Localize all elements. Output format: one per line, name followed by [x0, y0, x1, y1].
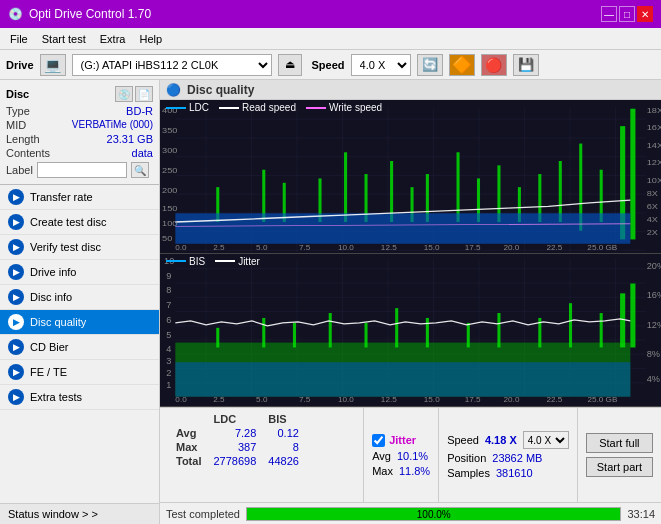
label-icon-btn[interactable]: 🔍 — [131, 162, 149, 178]
svg-text:12.5: 12.5 — [381, 394, 397, 403]
legend-read-speed: Read speed — [219, 102, 296, 113]
nav-disc-quality[interactable]: ▶ Disc quality — [0, 310, 159, 335]
label-input[interactable] — [37, 162, 127, 178]
drive-bar: Drive 💻 (G:) ATAPI iHBS112 2 CL0K ⏏ Spee… — [0, 50, 661, 80]
svg-text:200: 200 — [162, 186, 178, 195]
avg-ldc: 7.28 — [207, 426, 262, 440]
jitter-max-label: Max — [372, 465, 393, 477]
app-icon: 💿 — [8, 7, 23, 21]
menu-file[interactable]: File — [4, 32, 34, 46]
speed-select[interactable]: 4.0 X — [351, 54, 411, 76]
svg-rect-19 — [630, 109, 635, 240]
disc-icon1[interactable]: 💿 — [115, 86, 133, 102]
maximize-button[interactable]: □ — [619, 6, 635, 22]
svg-text:5: 5 — [166, 329, 171, 339]
progress-bar-container: 100.0% — [246, 507, 621, 521]
nav-label-fe-te: FE / TE — [30, 366, 67, 378]
info-button[interactable]: 🔴 — [481, 54, 507, 76]
svg-text:8%: 8% — [647, 349, 660, 359]
nav-icon-disc-info: ▶ — [8, 289, 24, 305]
svg-text:7.5: 7.5 — [299, 243, 310, 251]
disc-mid-row: MID VERBATiMe (000) — [6, 118, 153, 132]
length-value: 23.31 GB — [107, 133, 153, 145]
nav-label-cd-bier: CD Bier — [30, 341, 69, 353]
menu-help[interactable]: Help — [133, 32, 168, 46]
top-chart: LDC Read speed Write speed — [160, 100, 661, 254]
legend-ldc-color — [166, 107, 186, 109]
mid-value: VERBATiMe (000) — [72, 119, 153, 131]
svg-text:3: 3 — [166, 356, 171, 366]
start-full-button[interactable]: Start full — [586, 433, 653, 453]
svg-rect-64 — [630, 283, 635, 347]
disc-header-label: Disc — [6, 88, 29, 100]
nav-cd-bier[interactable]: ▶ CD Bier — [0, 335, 159, 360]
svg-text:4%: 4% — [647, 374, 660, 384]
svg-text:12.5: 12.5 — [381, 243, 397, 251]
mid-label: MID — [6, 119, 26, 131]
legend-bis-color — [166, 260, 186, 262]
nav-icon-transfer: ▶ — [8, 189, 24, 205]
svg-text:0.0: 0.0 — [175, 394, 187, 403]
nav-icon-verify: ▶ — [8, 239, 24, 255]
menu-extra[interactable]: Extra — [94, 32, 132, 46]
svg-rect-65 — [175, 362, 630, 396]
nav-extra-tests[interactable]: ▶ Extra tests — [0, 385, 159, 410]
disc-icon2[interactable]: 📄 — [135, 86, 153, 102]
position-row: Position 23862 MB — [447, 452, 569, 464]
svg-text:10.0: 10.0 — [338, 394, 354, 403]
nav-transfer-rate[interactable]: ▶ Transfer rate — [0, 185, 159, 210]
legend-read-color — [219, 107, 239, 109]
drive-select[interactable]: (G:) ATAPI iHBS112 2 CL0K — [72, 54, 272, 76]
jitter-max-row: Max 11.8% — [372, 465, 430, 477]
nav-icon-create: ▶ — [8, 214, 24, 230]
nav-drive-info[interactable]: ▶ Drive info — [0, 260, 159, 285]
legend-bis: BIS — [166, 256, 205, 267]
jitter-checkbox-row: Jitter — [372, 434, 430, 447]
nav-create-test-disc[interactable]: ▶ Create test disc — [0, 210, 159, 235]
close-button[interactable]: ✕ — [637, 6, 653, 22]
speed-dropdown[interactable]: 4.0 X — [523, 431, 569, 449]
minimize-button[interactable]: — — [601, 6, 617, 22]
title-bar: 💿 Opti Drive Control 1.70 — □ ✕ — [0, 0, 661, 28]
status-window-button[interactable]: Status window > > — [0, 503, 159, 524]
svg-rect-59 — [497, 313, 500, 347]
nav-fe-te[interactable]: ▶ FE / TE — [0, 360, 159, 385]
svg-rect-62 — [600, 313, 603, 347]
max-label: Max — [170, 440, 207, 454]
svg-text:6X: 6X — [647, 202, 659, 211]
chart-title: Disc quality — [187, 83, 254, 97]
svg-rect-53 — [293, 322, 296, 347]
bottom-status-bar: Test completed 100.0% 33:14 — [160, 502, 661, 524]
settings-button[interactable]: 🔶 — [449, 54, 475, 76]
chart-icon: 🔵 — [166, 83, 181, 97]
nav-disc-info[interactable]: ▶ Disc info — [0, 285, 159, 310]
svg-text:2.5: 2.5 — [213, 243, 224, 251]
svg-text:16%: 16% — [647, 290, 661, 300]
legend-ldc: LDC — [166, 102, 209, 113]
svg-text:22.5: 22.5 — [546, 394, 562, 403]
svg-text:2X: 2X — [647, 228, 659, 237]
nav-verify-test-disc[interactable]: ▶ Verify test disc — [0, 235, 159, 260]
nav-icon-extra: ▶ — [8, 389, 24, 405]
eject-button[interactable]: ⏏ — [278, 54, 302, 76]
nav-label-extra: Extra tests — [30, 391, 82, 403]
samples-value: 381610 — [496, 467, 533, 479]
nav-label-drive: Drive info — [30, 266, 76, 278]
nav-icon-fe-te: ▶ — [8, 364, 24, 380]
nav-icon-drive: ▶ — [8, 264, 24, 280]
refresh-button[interactable]: 🔄 — [417, 54, 443, 76]
disc-section: Disc 💿 📄 Type BD-R MID VERBATiMe (000) L… — [0, 80, 159, 185]
svg-text:9: 9 — [166, 270, 171, 280]
start-part-button[interactable]: Start part — [586, 457, 653, 477]
nav-icon-cd-bier: ▶ — [8, 339, 24, 355]
svg-text:7.5: 7.5 — [299, 394, 311, 403]
svg-text:12%: 12% — [647, 319, 661, 329]
jitter-checkbox[interactable] — [372, 434, 385, 447]
save-button[interactable]: 💾 — [513, 54, 539, 76]
svg-text:14X: 14X — [647, 141, 661, 150]
menu-start-test[interactable]: Start test — [36, 32, 92, 46]
svg-text:4X: 4X — [647, 215, 659, 224]
svg-text:5.0: 5.0 — [256, 243, 267, 251]
nav-icon-disc-quality: ▶ — [8, 314, 24, 330]
svg-rect-10 — [457, 152, 460, 222]
